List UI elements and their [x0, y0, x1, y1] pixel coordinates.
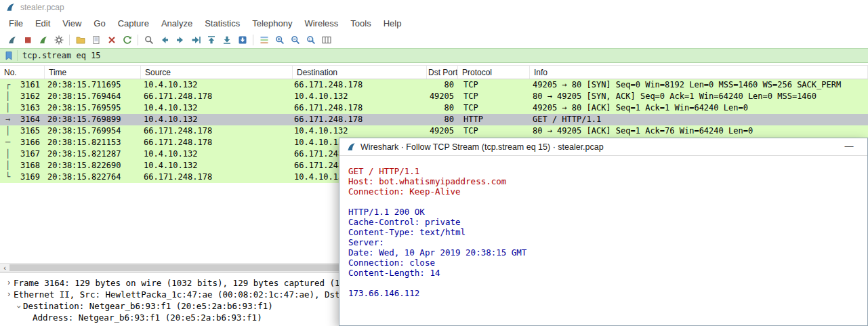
go-forward-icon[interactable]: [172, 33, 188, 47]
packet-cell-info: 80 → 49205 [SYN, ACK] Seq=0 Ack=1 Win=64…: [530, 91, 868, 102]
zoom-out-icon[interactable]: [287, 33, 303, 47]
menu-item-help[interactable]: Help: [377, 16, 408, 30]
filter-bookmark-icon[interactable]: [4, 51, 14, 61]
column-header-info[interactable]: Info: [530, 66, 868, 79]
packet-cell-gutter: │: [0, 125, 18, 137]
menu-item-statistics[interactable]: Statistics: [199, 16, 246, 30]
packet-cell-info: GET / HTTP/1.1: [530, 114, 868, 125]
chevron-right-icon[interactable]: ›: [4, 289, 14, 300]
packet-cell-time: 20:38:15.822764: [45, 171, 141, 183]
packet-cell-time: 20:38:15.769595: [45, 102, 141, 114]
zoom-original-icon[interactable]: 1:1: [303, 33, 318, 47]
packet-cell-no: 3168: [18, 160, 45, 171]
stream-content: GET / HTTP/1.1Host: bot.whatismyipaddres…: [339, 156, 867, 298]
packet-cell-proto: TCP: [458, 91, 530, 102]
details-text: Frame 3164: 129 bytes on wire (1032 bits…: [14, 277, 386, 289]
packet-row[interactable]: │316520:38:15.76995466.171.248.17810.4.1…: [0, 125, 868, 137]
menu-bar: File Edit View Go Capture Analyze Statis…: [0, 15, 868, 31]
packet-list-header: No. Time Source Destination Dst Port Pro…: [0, 65, 868, 79]
svg-text:1:1: 1:1: [308, 37, 314, 41]
find-packet-icon[interactable]: [141, 33, 157, 47]
go-back-icon[interactable]: [157, 33, 172, 47]
packet-cell-src: 10.4.10.132: [141, 160, 293, 171]
column-header-destination[interactable]: Destination: [293, 66, 427, 79]
packet-cell-dst: 66.171.248.178: [293, 114, 427, 125]
packet-cell-gutter: ┌: [0, 79, 18, 91]
packet-cell-no: 3162: [18, 91, 45, 102]
go-to-top-icon[interactable]: [203, 33, 219, 47]
details-text: Address: Netgear_b6:93:f1 (20:e5:2a:b6:9…: [33, 312, 262, 323]
packet-row[interactable]: ┌316120:38:15.71169510.4.10.13266.171.24…: [0, 79, 868, 91]
start-capture-icon[interactable]: [4, 33, 20, 47]
packet-cell-gutter: │: [0, 148, 18, 160]
column-header-protocol[interactable]: Protocol: [458, 66, 530, 79]
stop-capture-icon[interactable]: [20, 33, 35, 47]
stream-line: [348, 197, 867, 207]
minimize-button[interactable]: —: [840, 139, 858, 154]
packet-row[interactable]: │316220:38:15.76946466.171.248.17810.4.1…: [0, 91, 868, 102]
wireshark-logo-icon: [5, 2, 16, 15]
stream-line: HTTP/1.1 200 OK: [348, 207, 867, 217]
toolbar-separator: [253, 35, 253, 45]
packet-cell-dst: 10.4.10.132: [293, 91, 427, 102]
chevron-down-icon[interactable]: ›: [13, 302, 24, 312]
packet-cell-port: 49205: [427, 91, 458, 102]
reload-file-icon[interactable]: [119, 33, 135, 47]
packet-cell-gutter: →: [0, 114, 18, 125]
window-title: stealer.pcap: [20, 3, 64, 12]
main-toolbar: 1:1: [0, 31, 868, 48]
packet-cell-gutter: ─: [0, 137, 18, 148]
capture-options-icon[interactable]: [51, 33, 66, 47]
menu-item-go[interactable]: Go: [87, 16, 111, 30]
resize-columns-icon[interactable]: [318, 33, 334, 47]
packet-cell-src: 10.4.10.132: [141, 148, 293, 160]
packet-cell-no: 3167: [18, 148, 45, 160]
restart-capture-icon[interactable]: [35, 33, 51, 47]
toolbar-separator: [69, 35, 70, 45]
packet-cell-proto: TCP: [458, 79, 530, 91]
packet-cell-src: 10.4.10.132: [141, 79, 293, 91]
menu-item-edit[interactable]: Edit: [29, 16, 56, 30]
packet-cell-src: 66.171.248.178: [141, 171, 293, 183]
zoom-in-icon[interactable]: [272, 33, 287, 47]
packet-cell-no: 3163: [18, 102, 45, 114]
go-to-bottom-icon[interactable]: [219, 33, 234, 47]
packet-cell-port: 49205: [427, 125, 458, 137]
menu-item-view[interactable]: View: [56, 16, 87, 30]
column-header-source[interactable]: Source: [141, 66, 293, 79]
menu-item-telephony[interactable]: Telephony: [246, 16, 298, 30]
go-to-packet-icon[interactable]: [188, 33, 203, 47]
stream-line: Date: Wed, 10 Apr 2019 20:38:15 GMT: [348, 247, 867, 258]
dialog-title: Wireshark · Follow TCP Stream (tcp.strea…: [360, 142, 604, 152]
open-file-icon[interactable]: [73, 33, 88, 47]
packet-cell-no: 3164: [18, 114, 45, 125]
close-file-icon[interactable]: [104, 33, 119, 47]
filter-input[interactable]: tcp.stream eq 15: [22, 51, 101, 60]
menu-item-tools[interactable]: Tools: [344, 16, 377, 30]
packet-cell-port: 80: [427, 114, 458, 125]
packet-cell-time: 20:38:15.769899: [45, 114, 141, 125]
menu-item-capture[interactable]: Capture: [112, 16, 155, 30]
packet-row[interactable]: →316420:38:15.76989910.4.10.13266.171.24…: [0, 114, 868, 125]
packet-cell-info: 80 → 49205 [ACK] Seq=1 Ack=76 Win=64240 …: [530, 125, 868, 137]
menu-item-file[interactable]: File: [3, 16, 29, 30]
packet-cell-dst: 10.4.10.132: [293, 125, 427, 137]
menu-item-analyze[interactable]: Analyze: [155, 16, 199, 30]
packet-cell-gutter: │: [0, 91, 18, 102]
packet-row[interactable]: │316320:38:15.76959510.4.10.13266.171.24…: [0, 102, 868, 114]
colorize-icon[interactable]: [256, 33, 272, 47]
window-titlebar[interactable]: stealer.pcap: [0, 0, 868, 15]
stream-line: Host: bot.whatismyipaddress.com: [348, 176, 867, 186]
stream-line: GET / HTTP/1.1: [348, 166, 867, 176]
column-header-time[interactable]: Time: [45, 66, 141, 79]
save-file-icon[interactable]: [88, 33, 104, 47]
column-header-dst-port[interactable]: Dst Port: [427, 66, 458, 79]
display-filter-bar: tcp.stream eq 15: [0, 48, 868, 63]
stream-line: Connection: close: [348, 258, 867, 268]
column-header-no[interactable]: No.: [0, 66, 45, 79]
auto-scroll-icon[interactable]: [234, 33, 250, 47]
dialog-titlebar[interactable]: Wireshark · Follow TCP Stream (tcp.strea…: [339, 138, 867, 156]
menu-item-wireless[interactable]: Wireless: [298, 16, 344, 30]
scroll-left-arrow-icon[interactable]: ‹: [1, 264, 9, 272]
chevron-right-icon[interactable]: ›: [4, 277, 14, 289]
